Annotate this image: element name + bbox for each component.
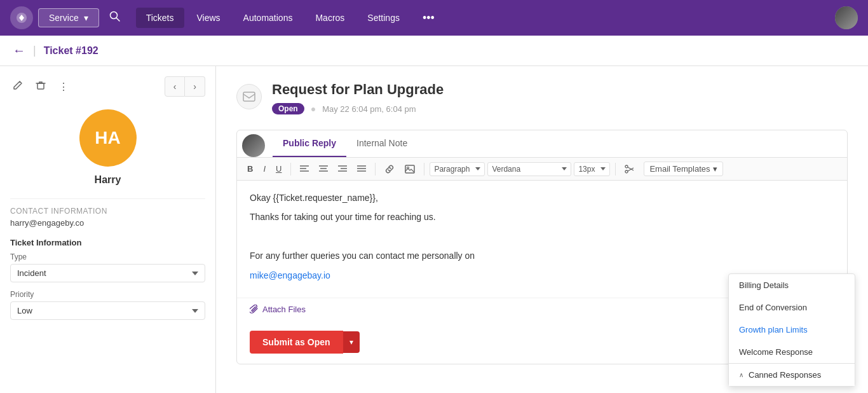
editor-line-3 xyxy=(250,230,834,244)
toolbar-divider-1 xyxy=(290,163,291,176)
user-avatar xyxy=(242,134,265,157)
canned-responses-button[interactable]: ∧ Canned Responses xyxy=(729,363,855,386)
nav-views[interactable]: Views xyxy=(187,8,231,28)
ticket-meta: Open ● May 22 6:04 pm, 6:04 pm xyxy=(272,103,848,114)
email-templates-button[interactable]: Email Templates ▾ xyxy=(644,162,722,176)
app-logo[interactable] xyxy=(10,6,33,29)
tab-public-reply[interactable]: Public Reply xyxy=(273,130,346,157)
svg-line-22 xyxy=(628,168,634,171)
editor-line-4: For any further queries you can contact … xyxy=(250,249,834,263)
link-button[interactable] xyxy=(381,162,398,176)
sidebar-actions: ⋮ ‹ › xyxy=(10,76,205,97)
editor-line-2: Thanks for taking out your time for reac… xyxy=(250,210,834,224)
contact-info-label: Contact Information xyxy=(10,198,205,216)
next-ticket-button[interactable]: › xyxy=(185,76,205,97)
nav-automations[interactable]: Automations xyxy=(233,8,303,28)
dropdown-end-of-conversion[interactable]: End of Conversion xyxy=(729,296,855,319)
avatar-image xyxy=(835,6,858,29)
toolbar-divider-3 xyxy=(424,163,424,176)
svg-point-19 xyxy=(625,165,628,168)
align-left-button[interactable] xyxy=(296,163,313,176)
nav-links: Tickets Views Automations Macros Setting… xyxy=(136,8,410,28)
priority-field-label: Priority xyxy=(10,290,205,299)
delete-icon[interactable] xyxy=(33,78,48,95)
ticket-header: Request for Plan Upgrade Open ● May 22 6… xyxy=(236,81,848,114)
size-select[interactable]: 13px 11px 14px 16px xyxy=(574,162,610,176)
justify-button[interactable] xyxy=(353,163,370,176)
align-right-button[interactable] xyxy=(334,163,351,176)
ticket-date: May 22 6:04 pm, 6:04 pm xyxy=(322,104,416,114)
canned-responses-label: Canned Responses xyxy=(749,370,821,380)
dropdown-welcome-response[interactable]: Welcome Response xyxy=(729,341,855,363)
service-label: Service xyxy=(49,13,79,23)
ticket-info-label: Ticket Information xyxy=(10,238,205,247)
svg-rect-4 xyxy=(243,92,255,101)
edit-icon[interactable] xyxy=(10,78,25,95)
font-select[interactable]: Verdana Arial Times New Roman xyxy=(487,162,571,176)
reply-tabs: Public Reply Internal Note xyxy=(237,130,847,158)
submit-dropdown-button[interactable]: ▾ xyxy=(343,331,360,353)
nav-tickets[interactable]: Tickets xyxy=(136,8,184,28)
svg-line-21 xyxy=(628,167,634,170)
priority-select[interactable]: Low Medium High xyxy=(10,301,205,320)
dropdown-growth-plan-limits[interactable]: Growth plan Limits xyxy=(729,319,855,341)
underline-button[interactable]: U xyxy=(272,162,285,176)
avatar-initials: HA xyxy=(95,128,120,148)
type-select[interactable]: Incident Question Problem Feature Reques… xyxy=(10,264,205,282)
toolbar-divider-2 xyxy=(375,163,376,176)
caret-up-icon: ∧ xyxy=(739,371,743,378)
svg-line-2 xyxy=(116,18,119,21)
breadcrumb: ← | Ticket #192 xyxy=(0,36,868,66)
nav-more-button[interactable]: ••• xyxy=(415,6,442,30)
tab-internal-note[interactable]: Internal Note xyxy=(346,130,417,157)
editor-toolbar: B I U xyxy=(237,158,847,181)
email-templates-label: Email Templates xyxy=(649,164,710,174)
ticket-navigation: ‹ › xyxy=(165,76,205,97)
type-field-label: Type xyxy=(10,252,205,261)
attach-files-label: Attach Files xyxy=(262,305,306,314)
search-icon[interactable] xyxy=(109,11,121,25)
service-dropdown-button[interactable]: Service ▾ xyxy=(38,8,99,27)
scissors-icon[interactable] xyxy=(621,162,639,176)
submit-as-open-button[interactable]: Submit as Open xyxy=(250,331,343,354)
email-link[interactable]: mike@engagebay.io xyxy=(250,270,330,280)
email-templates-dropdown-icon: ▾ xyxy=(713,164,717,174)
more-options-icon[interactable]: ⋮ xyxy=(56,78,71,95)
ticket-info: Request for Plan Upgrade Open ● May 22 6… xyxy=(272,81,848,114)
dropdown-panel: Billing Details End of Conversion Growth… xyxy=(728,273,855,387)
editor-line-1: Okay {{Ticket.requester_name}}, xyxy=(250,191,834,205)
image-button[interactable] xyxy=(401,162,419,176)
svg-point-20 xyxy=(625,170,628,173)
svg-rect-3 xyxy=(37,83,44,89)
top-navigation: Service ▾ Tickets Views Automations Macr… xyxy=(0,0,868,36)
contact-email: harry@engageby.co xyxy=(10,218,205,228)
bold-button[interactable]: B xyxy=(243,162,257,176)
sidebar: ⋮ ‹ › HA Harry Contact Information harry… xyxy=(0,66,216,393)
avatar[interactable] xyxy=(835,6,858,29)
chevron-down-icon: ▾ xyxy=(84,13,88,23)
contact-name: Harry xyxy=(10,174,205,186)
prev-ticket-button[interactable]: ‹ xyxy=(165,76,185,97)
toolbar-divider-4 xyxy=(615,163,616,176)
dropdown-billing-details[interactable]: Billing Details xyxy=(729,274,855,296)
paragraph-select[interactable]: Paragraph Heading 1 Heading 2 xyxy=(430,162,485,176)
contact-avatar: HA xyxy=(79,109,137,167)
ticket-email-icon xyxy=(236,84,262,109)
status-badge: Open xyxy=(272,103,304,114)
align-center-button[interactable] xyxy=(315,163,332,176)
page-title: Ticket #192 xyxy=(44,45,98,57)
nav-macros[interactable]: Macros xyxy=(305,8,355,28)
ticket-title: Request for Plan Upgrade xyxy=(272,81,848,98)
italic-button[interactable]: I xyxy=(259,162,269,176)
back-button[interactable]: ← xyxy=(13,43,25,58)
svg-rect-17 xyxy=(405,165,414,173)
nav-settings[interactable]: Settings xyxy=(357,8,410,28)
